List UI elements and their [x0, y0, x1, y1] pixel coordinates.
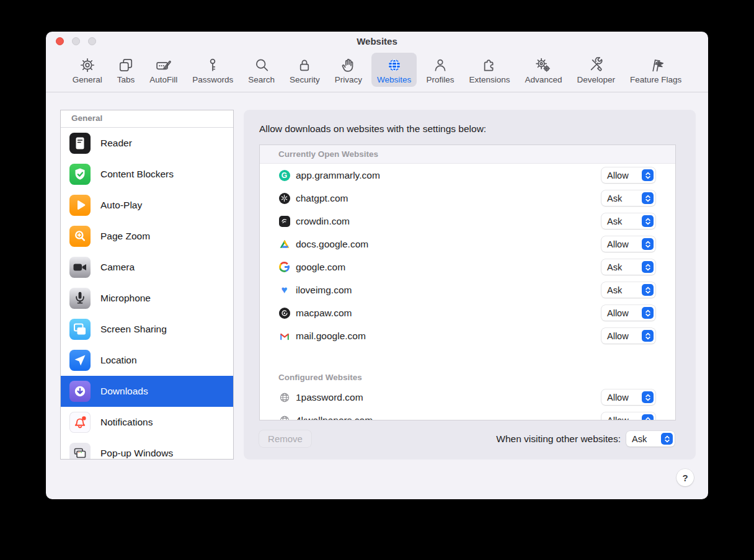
reader-icon: [69, 133, 91, 154]
sidebar-item-microphone[interactable]: Microphone: [61, 283, 233, 314]
globe-favicon: [278, 414, 290, 420]
permission-dropdown[interactable]: Allow: [601, 305, 655, 321]
downloads-settings-panel: Allow downloads on websites with the set…: [244, 110, 696, 460]
puzzle-icon: [481, 56, 497, 74]
tab-developer[interactable]: Developer: [571, 53, 621, 87]
location-arrow-icon: [69, 350, 91, 371]
tools-icon: [588, 56, 604, 74]
gears-icon: [535, 56, 551, 74]
website-domain: iloveimg.com: [296, 285, 601, 296]
shield-check-icon: [69, 164, 91, 185]
tab-privacy[interactable]: Privacy: [329, 53, 368, 87]
tab-label: Developer: [577, 75, 615, 84]
google-favicon: [278, 261, 290, 273]
sidebar-item-camera[interactable]: Camera: [61, 252, 233, 283]
website-domain: 1password.com: [296, 392, 601, 403]
stepper-icon: [642, 169, 654, 181]
sidebar-item-notifications[interactable]: Notifications: [61, 407, 233, 438]
flags-icon: [648, 56, 664, 74]
tab-label: Tabs: [117, 75, 135, 84]
tab-passwords[interactable]: Passwords: [187, 53, 239, 87]
tabs-icon: [118, 56, 134, 74]
tab-label: Profiles: [426, 75, 454, 84]
sidebar-item-reader[interactable]: Reader: [61, 128, 233, 159]
sidebar-item-label: Reader: [100, 138, 132, 149]
stepper-icon: [642, 284, 654, 296]
permission-dropdown[interactable]: Ask: [601, 190, 655, 206]
zoom-magnifier-icon: [69, 226, 91, 247]
website-domain: docs.google.com: [296, 239, 601, 250]
permission-dropdown[interactable]: Allow: [601, 389, 655, 405]
popup-windows-icon: [69, 443, 91, 460]
stepper-icon: [661, 433, 673, 445]
website-domain: chatgpt.com: [296, 193, 601, 204]
website-row: chatgpt.com Ask: [260, 187, 675, 210]
website-row: google.com Ask: [260, 256, 675, 278]
grammarly-favicon: G: [278, 169, 290, 181]
sidebar-item-page-zoom[interactable]: Page Zoom: [61, 221, 233, 252]
stepper-icon: [642, 414, 654, 420]
tab-websites[interactable]: Websites: [371, 53, 417, 87]
tab-profiles[interactable]: Profiles: [420, 53, 459, 87]
stepper-icon: [642, 238, 654, 250]
sidebar-item-content-blockers[interactable]: Content Blockers: [61, 159, 233, 190]
stepper-icon: [642, 215, 654, 227]
remove-button[interactable]: Remove: [259, 430, 311, 447]
screens-icon: [69, 319, 91, 340]
sidebar-item-screen-sharing[interactable]: Screen Sharing: [61, 314, 233, 345]
permission-dropdown[interactable]: Allow: [601, 167, 655, 183]
tab-search[interactable]: Search: [242, 53, 280, 87]
tab-label: Feature Flags: [630, 75, 681, 84]
website-domain: 4kwallpapers.com: [296, 415, 601, 421]
website-row: docs.google.com Allow: [260, 233, 675, 256]
sidebar-item-label: Location: [100, 355, 137, 366]
tab-autofill[interactable]: AutoFill: [144, 53, 183, 87]
stepper-icon: [642, 307, 654, 319]
help-button[interactable]: ?: [676, 469, 694, 486]
sidebar-section-header: General: [61, 110, 233, 128]
tab-advanced[interactable]: Advanced: [519, 53, 567, 87]
stepper-icon: [642, 330, 654, 342]
website-domain: crowdin.com: [296, 216, 601, 227]
stepper-icon: [642, 261, 654, 273]
sidebar-item-popup-windows[interactable]: Pop-up Windows: [61, 438, 233, 460]
safari-settings-window: Websites General Tabs AutoFill Passwords: [46, 32, 708, 499]
lock-icon: [296, 56, 313, 74]
chatgpt-favicon: [278, 192, 290, 204]
sidebar-item-label: Auto-Play: [100, 200, 142, 211]
sidebar-item-label: Microphone: [100, 293, 151, 304]
autofill-icon: [156, 56, 172, 74]
website-domain: macpaw.com: [296, 308, 601, 319]
permission-dropdown[interactable]: Ask: [601, 213, 655, 229]
permission-dropdown[interactable]: Ask: [601, 259, 655, 275]
permission-dropdown[interactable]: Allow: [601, 328, 655, 344]
website-row: mail.google.com Allow: [260, 324, 675, 347]
tab-tabs[interactable]: Tabs: [112, 53, 141, 87]
crowdin-favicon: [278, 215, 290, 227]
sidebar-item-auto-play[interactable]: Auto-Play: [61, 190, 233, 221]
tab-general[interactable]: General: [67, 53, 108, 87]
tab-feature-flags[interactable]: Feature Flags: [624, 53, 687, 87]
tab-extensions[interactable]: Extensions: [463, 53, 515, 87]
sidebar-item-label: Downloads: [100, 386, 148, 397]
tab-label: Security: [290, 75, 320, 84]
tab-label: Privacy: [335, 75, 362, 84]
website-domain: app.grammarly.com: [296, 170, 601, 181]
sidebar-item-label: Page Zoom: [100, 231, 150, 242]
sidebar-item-downloads[interactable]: Downloads: [61, 376, 233, 407]
toolbar-divider: [46, 92, 708, 92]
other-websites-dropdown[interactable]: Ask: [626, 431, 675, 447]
tab-security[interactable]: Security: [284, 53, 326, 87]
permission-dropdown[interactable]: Ask: [601, 282, 655, 298]
permission-dropdown[interactable]: Allow: [601, 236, 655, 252]
permission-dropdown[interactable]: Allow: [601, 412, 655, 420]
sidebar-item-label: Notifications: [100, 417, 153, 428]
website-row: 1password.com Allow: [260, 386, 675, 409]
stepper-icon: [642, 391, 654, 403]
bell-icon: [69, 412, 91, 433]
sidebar-item-location[interactable]: Location: [61, 345, 233, 376]
other-websites-setting: When visiting other websites: Ask: [496, 430, 675, 447]
iloveimg-favicon: ♥: [278, 284, 290, 296]
tab-label: Websites: [377, 75, 411, 84]
sidebar-item-label: Screen Sharing: [100, 324, 167, 335]
